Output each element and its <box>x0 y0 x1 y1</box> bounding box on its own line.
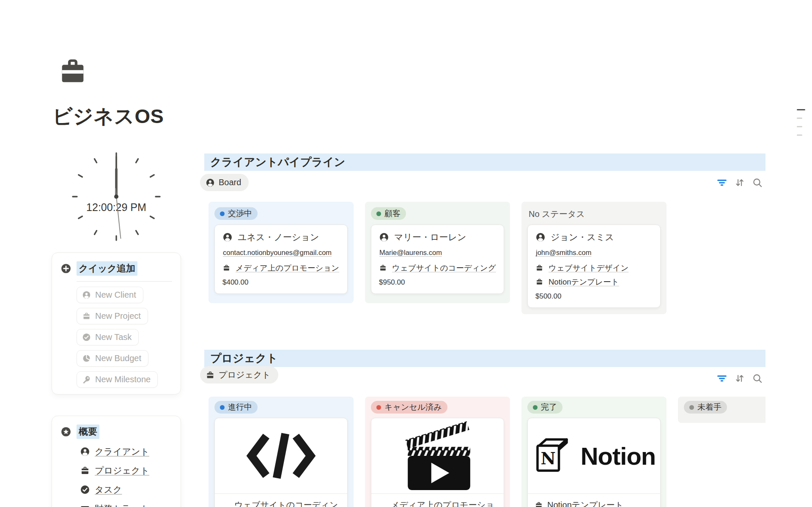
view-tab-projects[interactable]: プロジェクト <box>200 366 278 384</box>
check-circle-icon <box>82 333 91 342</box>
overview-link-clients[interactable]: クライアント <box>80 446 172 458</box>
briefcase-icon <box>379 264 387 272</box>
status-pill[interactable]: 顧客 <box>371 207 406 220</box>
status-dot <box>220 405 225 410</box>
clock-time-label: 12:00:29 PM <box>86 201 146 213</box>
table-of-contents[interactable] <box>797 109 807 143</box>
client-card[interactable]: ユネス・ノーション contact.notionbyounes@gmail.co… <box>214 225 348 294</box>
board-toolbar <box>716 177 767 188</box>
plus-circle-icon <box>60 263 71 274</box>
briefcase-icon <box>82 312 91 321</box>
new-task-button[interactable]: New Task <box>77 329 139 345</box>
toc-line <box>797 126 802 127</box>
status-pill[interactable]: 未着手 <box>684 401 727 414</box>
person-icon <box>80 447 90 457</box>
quick-add-section: クイック追加 New Client New Project New Task N… <box>52 252 181 395</box>
client-email[interactable]: Marie@laurens.com <box>379 249 496 257</box>
filter-icon[interactable] <box>716 177 727 188</box>
overview-link-tasks[interactable]: タスク <box>80 484 172 496</box>
board-column-not-started: 未着手 <box>678 397 765 423</box>
briefcase-icon <box>535 264 543 272</box>
project-link[interactable]: メディア上のプロモーション <box>371 493 504 507</box>
client-email[interactable]: john@smiths.com <box>536 249 653 257</box>
overview-title: 概要 <box>77 425 99 439</box>
client-project-link[interactable]: ウェブサイトデザイン <box>535 263 653 273</box>
person-icon <box>379 232 389 242</box>
client-name[interactable]: ユネス・ノーション <box>238 231 319 243</box>
overview-section: 概要 クライアント プロジェクト タスク 財務トラッカー <box>52 416 181 507</box>
board-column-no-status: No ステータス ジョン・スミス john@smiths.com ウェブサイトデ… <box>521 202 667 314</box>
client-project-link[interactable]: Notionテンプレート <box>535 277 653 287</box>
svg-text:N: N <box>540 449 555 468</box>
notion-page: ビジネスOS 12:00:29 PM <box>0 0 812 507</box>
project-cover-image <box>215 418 347 493</box>
briefcase-icon <box>535 501 543 507</box>
new-milestone-button[interactable]: New Milestone <box>77 371 158 388</box>
page-title: ビジネスOS <box>52 103 164 130</box>
client-amount: $400.00 <box>222 278 340 287</box>
new-client-button[interactable]: New Client <box>77 287 143 303</box>
briefcase-page-icon <box>57 55 89 88</box>
filter-icon[interactable] <box>716 373 727 384</box>
new-project-button[interactable]: New Project <box>77 308 148 324</box>
client-card[interactable]: マリー・ローレン Marie@laurens.com ウェブサイトのコーディング… <box>371 225 504 294</box>
projects-board: 進行中 ウェブサイトのコーディング <box>204 397 765 507</box>
clapperboard-play-icon <box>402 419 474 492</box>
status-pill[interactable]: 交渉中 <box>214 207 258 220</box>
status-dot <box>376 405 381 410</box>
person-icon <box>82 290 91 299</box>
check-circle-icon <box>80 485 90 495</box>
client-project-link[interactable]: メディア上のプロモーション <box>222 263 340 273</box>
board-column-negotiating: 交渉中 ユネス・ノーション contact.notionbyounes@gmai… <box>208 202 354 303</box>
status-pill[interactable]: 進行中 <box>214 401 258 414</box>
project-card[interactable]: ウェブサイトのコーディング <box>214 418 348 507</box>
person-icon <box>206 178 215 187</box>
new-budget-button[interactable]: New Budget <box>77 350 148 367</box>
board-column-in-progress: 進行中 ウェブサイトのコーディング <box>208 397 354 507</box>
search-icon[interactable] <box>752 177 763 188</box>
star-circle-icon <box>60 426 71 437</box>
code-icon <box>244 430 318 482</box>
toc-line <box>797 118 802 119</box>
project-card[interactable]: メディア上のプロモーション <box>371 418 504 507</box>
client-amount: $500.00 <box>535 292 653 301</box>
overview-link-projects[interactable]: プロジェクト <box>80 465 172 477</box>
project-card[interactable]: N Notion Notionテンプレート <box>527 418 661 507</box>
status-pill[interactable]: キャンセル済み <box>371 401 447 414</box>
status-dot <box>376 211 381 216</box>
sort-arrows-icon[interactable] <box>734 373 745 384</box>
notion-wordmark: Notion <box>581 442 656 470</box>
client-card[interactable]: ジョン・スミス john@smiths.com ウェブサイトデザイン Notio… <box>527 225 661 308</box>
project-link[interactable]: Notionテンプレート <box>528 493 660 507</box>
client-project-link[interactable]: ウェブサイトのコーディング <box>379 263 496 273</box>
divider <box>77 281 172 282</box>
briefcase-icon <box>222 264 230 272</box>
client-name[interactable]: ジョン・スミス <box>551 231 614 243</box>
briefcase-icon <box>80 466 90 476</box>
board-column-done: 完了 N Notion Notionテンプレー <box>521 397 667 507</box>
search-icon[interactable] <box>752 373 763 384</box>
project-link[interactable]: ウェブサイトのコーディング <box>215 493 347 507</box>
client-email[interactable]: contact.notionbyounes@gmail.com <box>223 249 340 257</box>
view-tab-board[interactable]: Board <box>200 174 249 191</box>
toc-line <box>797 134 802 136</box>
section-heading-pipeline: クライアントパイプライン <box>204 153 765 171</box>
status-header[interactable]: No ステータス <box>529 208 585 220</box>
board-toolbar <box>716 373 767 384</box>
person-icon <box>535 232 546 242</box>
briefcase-icon <box>535 278 543 286</box>
pipeline-board: 交渉中 ユネス・ノーション contact.notionbyounes@gmai… <box>204 202 765 320</box>
person-icon <box>222 232 233 242</box>
banknote-icon <box>80 504 90 507</box>
quick-add-title: クイック追加 <box>77 261 137 276</box>
overview-link-finance-tracker[interactable]: 財務トラッカー <box>80 503 172 507</box>
key-icon <box>82 375 91 384</box>
status-pill[interactable]: 完了 <box>527 401 562 414</box>
project-cover-image: N Notion <box>528 418 660 493</box>
project-cover-image <box>371 418 504 493</box>
client-amount: $950.00 <box>379 278 496 287</box>
client-name[interactable]: マリー・ローレン <box>394 231 466 243</box>
sort-arrows-icon[interactable] <box>734 177 745 188</box>
toc-line <box>797 109 805 110</box>
board-column-cancelled: キャンセル済み <box>365 397 510 507</box>
